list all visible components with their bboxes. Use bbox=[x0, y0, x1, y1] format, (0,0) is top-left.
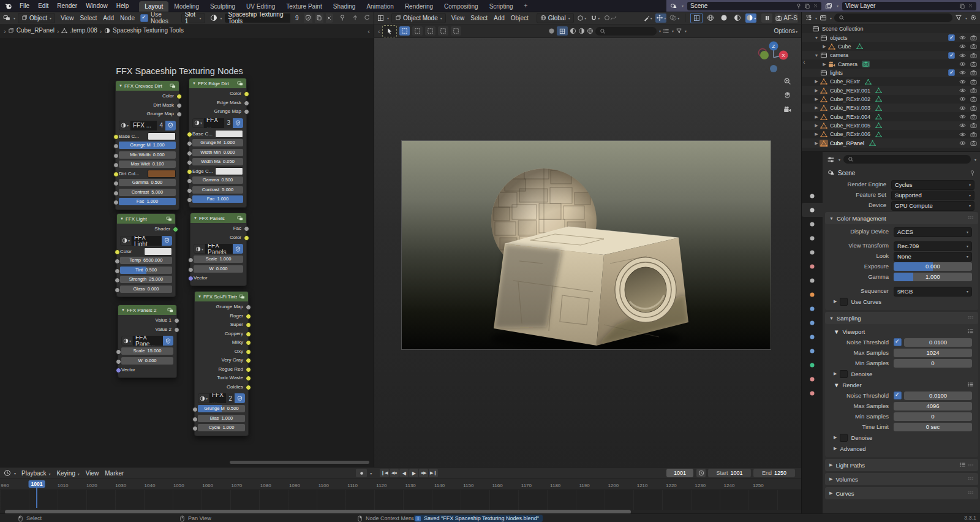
render-visibility-icon[interactable] bbox=[970, 113, 977, 120]
workspace-tab-modeling[interactable]: Modeling bbox=[168, 1, 205, 12]
number-slider[interactable]: Grunge M 0.500 bbox=[198, 405, 245, 412]
jump-to-end-button[interactable]: ▶❙ bbox=[429, 469, 438, 477]
workspace-tab-uv-editing[interactable]: UV Editing bbox=[241, 1, 281, 12]
expand-arrow[interactable]: ▼ bbox=[813, 53, 820, 58]
options-dropdown[interactable]: Options▾ bbox=[774, 28, 797, 34]
camera-view-button[interactable] bbox=[782, 104, 792, 114]
number-slider[interactable]: Width Ma 0.050 bbox=[192, 158, 243, 165]
viewport-menu-object[interactable]: Object bbox=[508, 15, 532, 21]
collection-checkbox[interactable] bbox=[948, 69, 955, 76]
tool-search[interactable] bbox=[595, 27, 657, 36]
input-socket[interactable] bbox=[116, 359, 121, 365]
viewport-menu-view[interactable]: View bbox=[448, 15, 468, 21]
properties-tab-scene[interactable] bbox=[802, 245, 823, 259]
nodetree-name[interactable]: FFX ... bbox=[209, 393, 226, 403]
menu-window[interactable]: Window bbox=[81, 2, 112, 9]
play-reverse-button[interactable]: ◀ bbox=[399, 469, 409, 477]
nodetree-name[interactable]: FFX ... bbox=[204, 118, 224, 128]
node-ffx-panels[interactable]: ▼FFX Panels FacColor ▾ FFX Panels Scale … bbox=[190, 213, 247, 286]
input-socket[interactable] bbox=[113, 200, 119, 205]
shader-type-dropdown[interactable]: Object▾ bbox=[18, 13, 55, 23]
number-slider[interactable]: Contrast 5.000 bbox=[119, 189, 176, 196]
presets-icon[interactable] bbox=[967, 381, 974, 389]
outliner-row[interactable]: ▶ Camera bbox=[802, 59, 980, 68]
paint-mask-icon[interactable] bbox=[578, 28, 585, 34]
color-swatch[interactable] bbox=[148, 170, 176, 178]
number-slider[interactable]: Strength 25.000 bbox=[120, 276, 172, 283]
eye-icon[interactable] bbox=[959, 52, 966, 59]
start-frame-field[interactable]: Start1001 bbox=[708, 469, 751, 477]
render-visibility-icon[interactable] bbox=[970, 52, 977, 59]
close-scene-icon[interactable] bbox=[813, 3, 818, 9]
user-count[interactable]: 3 bbox=[224, 118, 233, 128]
eye-icon[interactable] bbox=[959, 78, 966, 85]
number-slider[interactable]: Grunge M 1.000 bbox=[119, 142, 176, 149]
auto-keying-button[interactable] bbox=[356, 469, 367, 477]
browse-nodetree-icon[interactable]: ▾ bbox=[192, 118, 204, 128]
node-header[interactable]: ▼FFX Light bbox=[117, 214, 175, 224]
properties-tab-texture[interactable] bbox=[802, 386, 823, 400]
unlink-material-button[interactable] bbox=[326, 13, 333, 23]
properties-search[interactable] bbox=[843, 155, 971, 164]
input-socket[interactable] bbox=[115, 278, 120, 283]
output-socket[interactable] bbox=[173, 227, 178, 232]
outliner-row[interactable]: ▼ objects bbox=[802, 33, 980, 42]
vector-socket[interactable] bbox=[116, 368, 121, 373]
pause-render-button[interactable] bbox=[761, 13, 772, 23]
render-visibility-icon[interactable] bbox=[970, 61, 977, 67]
annotate-tool-button[interactable]: ▾ bbox=[642, 13, 653, 23]
menu-help[interactable]: Help bbox=[112, 2, 134, 9]
render-visibility-icon[interactable] bbox=[970, 43, 977, 50]
mode-dropdown[interactable]: Object Mode▾ bbox=[391, 13, 446, 23]
timeline-menu-view[interactable]: View bbox=[83, 470, 102, 477]
number-slider[interactable]: Scale 1.000 bbox=[194, 255, 243, 263]
input-socket[interactable] bbox=[187, 169, 192, 175]
subpanel-denoise[interactable]: ▶Denoise bbox=[825, 432, 978, 443]
close-viewlayer-icon[interactable] bbox=[968, 3, 973, 9]
output-socket[interactable] bbox=[176, 103, 182, 108]
outliner-row[interactable]: Scene Collection bbox=[802, 25, 980, 33]
eye-icon[interactable] bbox=[959, 105, 966, 112]
input-socket[interactable] bbox=[192, 417, 198, 422]
field-time-limit[interactable]: 0 sec bbox=[894, 423, 972, 431]
dropdown-sequencer[interactable]: sRGB▾ bbox=[894, 287, 972, 297]
checkbox-denoise[interactable] bbox=[840, 370, 848, 378]
browse-nodetree-icon[interactable]: ▾ bbox=[119, 121, 130, 130]
panel-header-sampling[interactable]: ▼Sampling bbox=[825, 312, 978, 324]
panel-header-curves[interactable]: ▶Curves bbox=[825, 487, 978, 499]
number-slider[interactable]: Gamma 0.500 bbox=[192, 176, 243, 184]
input-socket[interactable] bbox=[187, 141, 192, 146]
properties-tab-material[interactable] bbox=[802, 372, 823, 386]
input-socket[interactable] bbox=[192, 426, 198, 431]
copy-scene-icon[interactable] bbox=[804, 3, 810, 9]
input-socket[interactable] bbox=[113, 143, 119, 149]
output-socket[interactable] bbox=[174, 327, 179, 333]
input-socket[interactable] bbox=[188, 267, 194, 273]
menu-edit[interactable]: Edit bbox=[34, 2, 53, 9]
copy-material-button[interactable] bbox=[315, 13, 323, 23]
node-menu-select[interactable]: Select bbox=[77, 15, 100, 21]
outliner-row[interactable]: ▼ camera bbox=[802, 51, 980, 59]
collapse-sidebar-arrow[interactable]: ‹ bbox=[368, 28, 370, 35]
eye-icon[interactable] bbox=[959, 69, 966, 76]
presets-icon[interactable] bbox=[663, 28, 669, 34]
browse-nodetree-icon[interactable]: ▾ bbox=[198, 393, 209, 403]
output-socket[interactable] bbox=[246, 349, 251, 355]
slider-gamma[interactable]: 1.000 bbox=[894, 273, 972, 281]
node-editor-canvas[interactable]: FFX Spaceship Texturing Nodes ▼FFX Creva… bbox=[0, 38, 374, 467]
nodetree-name[interactable]: FFX Light bbox=[132, 236, 162, 246]
properties-tab-tool[interactable] bbox=[802, 189, 823, 203]
number-slider[interactable]: Glass 0.000 bbox=[120, 286, 172, 293]
browse-material-icon[interactable] bbox=[210, 14, 217, 21]
output-socket[interactable] bbox=[244, 226, 249, 232]
output-socket[interactable] bbox=[246, 367, 251, 373]
timeline-track-area[interactable] bbox=[0, 490, 801, 510]
keying-set-dropdown[interactable]: ▾ bbox=[370, 471, 372, 475]
render-visibility-icon[interactable] bbox=[970, 69, 977, 76]
editor-type-properties-icon[interactable] bbox=[827, 156, 835, 164]
properties-tab-data[interactable] bbox=[802, 358, 823, 372]
dropdown-feature-set[interactable]: Supported▾ bbox=[891, 191, 974, 200]
select-mode-lasso[interactable] bbox=[438, 26, 448, 36]
proportional-editing-button[interactable] bbox=[603, 13, 617, 23]
panel-header-light-paths[interactable]: ▶Light Paths bbox=[825, 459, 978, 471]
